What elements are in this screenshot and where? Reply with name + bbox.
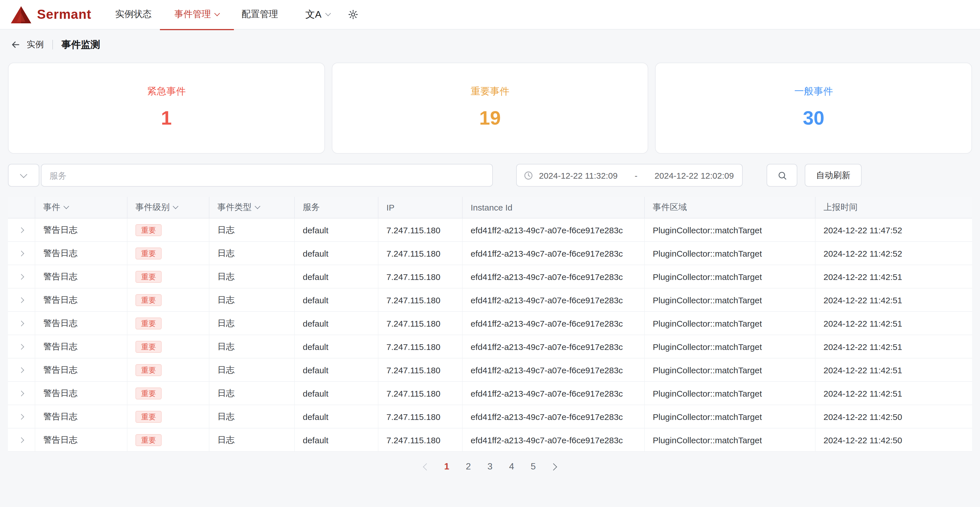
ip-cell: 7.247.115.180	[379, 312, 463, 335]
expand-row-icon[interactable]	[19, 298, 23, 302]
page-button-3[interactable]: 3	[486, 461, 494, 472]
column-header-scope: 事件区域	[645, 197, 816, 218]
stat-value: 1	[8, 107, 324, 129]
level-badge: 重要	[135, 387, 162, 399]
back-button[interactable]	[10, 39, 21, 50]
ip-cell: 7.247.115.180	[379, 429, 463, 451]
page-button-5[interactable]: 5	[529, 461, 537, 472]
level-badge: 重要	[135, 270, 162, 283]
table-row: 警告日志 重要 日志 default 7.247.115.180 efd41ff…	[8, 382, 972, 405]
expand-cell	[8, 289, 35, 311]
ip-cell: 7.247.115.180	[379, 242, 463, 265]
column-header-type[interactable]: 事件类型	[210, 197, 295, 218]
service-cell: default	[295, 382, 379, 405]
language-selector[interactable]: 文A	[305, 0, 330, 29]
page-button-4[interactable]: 4	[508, 461, 515, 472]
column-label: 事件类型	[217, 202, 251, 213]
expand-row-icon[interactable]	[19, 228, 23, 232]
scope-cell: PluginCollector::matchTarget	[645, 242, 816, 265]
service-cell: default	[295, 405, 379, 428]
date-range-picker[interactable]: 2024-12-22 11:32:09 - 2024-12-22 12:02:0…	[516, 164, 743, 187]
expand-row-icon[interactable]	[19, 321, 23, 325]
page-button-2[interactable]: 2	[465, 461, 473, 472]
event-cell: 警告日志	[35, 218, 127, 241]
level-cell: 重要	[127, 242, 210, 265]
type-cell: 日志	[210, 289, 295, 311]
type-cell: 日志	[210, 429, 295, 451]
time-cell: 2024-12-22 11:42:50	[816, 429, 972, 451]
search-icon	[777, 170, 787, 180]
search-button[interactable]	[767, 164, 797, 187]
type-cell: 日志	[210, 405, 295, 428]
sort-icon[interactable]	[255, 203, 260, 209]
level-badge: 重要	[135, 247, 162, 259]
type-cell: 日志	[210, 265, 295, 288]
service-type-select[interactable]	[8, 164, 39, 187]
stat-card-urgent: 紧急事件 1	[8, 63, 325, 154]
type-cell: 日志	[210, 218, 295, 241]
time-cell: 2024-12-22 11:42:51	[816, 359, 972, 381]
expand-row-icon[interactable]	[19, 345, 23, 348]
expand-row-icon[interactable]	[19, 368, 23, 372]
chevron-right-icon	[550, 463, 557, 470]
nav-item-instance-status[interactable]: 实例状态	[115, 0, 152, 29]
expand-cell	[8, 242, 35, 265]
sermant-logo-icon	[10, 5, 32, 24]
service-search-input[interactable]	[41, 164, 493, 187]
expand-cell	[8, 312, 35, 335]
time-cell: 2024-12-22 11:47:52	[816, 218, 972, 241]
column-label: 事件区域	[653, 202, 687, 213]
column-label: 事件	[43, 202, 60, 213]
type-cell: 日志	[210, 382, 295, 405]
column-header-ip: IP	[379, 197, 463, 218]
expand-row-icon[interactable]	[19, 251, 23, 255]
breadcrumb-instances[interactable]: 实例	[27, 39, 44, 50]
column-header-service: 服务	[295, 197, 379, 218]
expand-row-icon[interactable]	[19, 275, 23, 278]
nav-item-label: 实例状态	[115, 8, 152, 21]
events-table: 事件 事件级别 事件类型 服务 IP Instance Id 事件区域	[8, 197, 972, 452]
sermant-logo[interactable]: Sermant	[10, 5, 91, 24]
stat-label: 重要事件	[332, 85, 648, 98]
event-cell: 警告日志	[35, 429, 127, 451]
instance-id-cell: efd41ff2-a213-49c7-a07e-f6ce917e283c	[463, 218, 645, 241]
page-button-1[interactable]: 1	[443, 461, 451, 472]
scope-cell: PluginCollector::matchTarget	[645, 359, 816, 381]
stat-value: 19	[332, 107, 648, 129]
nav-item-event-management[interactable]: 事件管理	[175, 0, 219, 29]
pagination-next[interactable]	[551, 464, 556, 469]
scope-cell: PluginCollector::matchTarget	[645, 218, 816, 241]
nav-item-config-management[interactable]: 配置管理	[242, 0, 278, 29]
date-start: 2024-12-22 11:32:09	[539, 170, 617, 180]
sort-icon[interactable]	[64, 203, 69, 209]
scope-cell: PluginCollector::matchTarget	[645, 265, 816, 288]
theme-toggle-button[interactable]	[348, 10, 358, 19]
level-badge: 重要	[135, 364, 162, 376]
back-arrow-icon	[10, 39, 21, 50]
column-header-level[interactable]: 事件级别	[127, 197, 210, 218]
pagination-prev[interactable]	[424, 464, 429, 469]
event-cell: 警告日志	[35, 289, 127, 311]
auto-refresh-button[interactable]: 自动刷新	[805, 164, 862, 187]
column-header-event[interactable]: 事件	[35, 197, 127, 218]
time-cell: 2024-12-22 11:42:51	[816, 289, 972, 311]
expand-row-icon[interactable]	[19, 391, 23, 395]
level-cell: 重要	[127, 359, 210, 381]
event-cell: 警告日志	[35, 265, 127, 288]
time-cell: 2024-12-22 11:42:51	[816, 312, 972, 335]
expand-row-icon[interactable]	[19, 438, 23, 442]
event-cell: 警告日志	[35, 312, 127, 335]
stat-card-important: 重要事件 19	[331, 63, 648, 154]
level-cell: 重要	[127, 312, 210, 335]
ip-cell: 7.247.115.180	[379, 359, 463, 381]
service-cell: default	[295, 218, 379, 241]
level-badge: 重要	[135, 317, 162, 329]
time-cell: 2024-12-22 11:42:51	[816, 335, 972, 358]
expand-row-icon[interactable]	[19, 415, 23, 418]
stat-label: 一般事件	[656, 85, 972, 98]
sort-icon[interactable]	[173, 203, 178, 209]
level-badge: 重要	[135, 294, 162, 306]
ip-cell: 7.247.115.180	[379, 289, 463, 311]
stat-label: 紧急事件	[8, 85, 324, 98]
level-cell: 重要	[127, 218, 210, 241]
